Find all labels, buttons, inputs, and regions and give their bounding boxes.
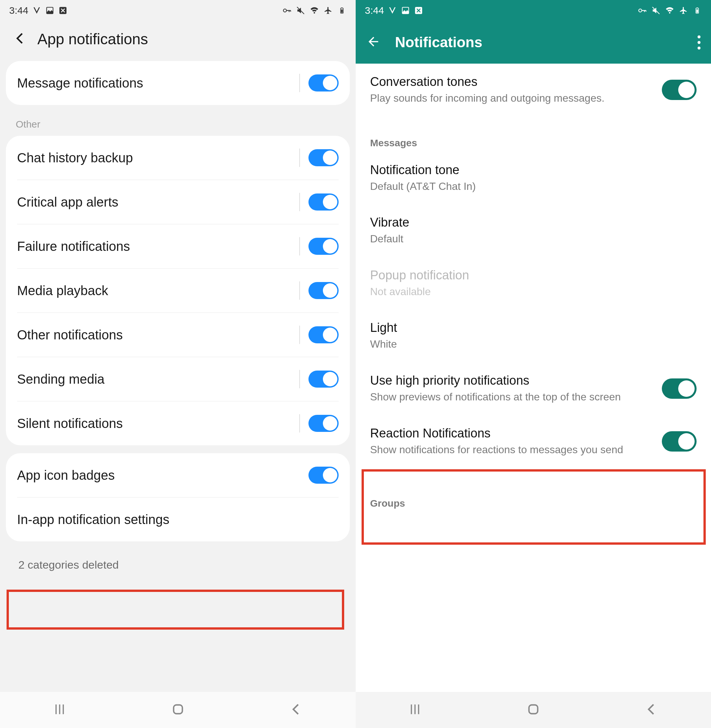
- row-chat-history-backup[interactable]: Chat history backup: [6, 136, 350, 180]
- status-bar: 3:44: [0, 0, 356, 21]
- row-label: Other notifications: [17, 328, 299, 343]
- battery-icon: [337, 6, 347, 15]
- battery-icon: [693, 6, 702, 15]
- toggle-sending-media[interactable]: [308, 371, 339, 388]
- row-reaction-notifications[interactable]: Reaction Notifications Show notification…: [356, 415, 711, 468]
- nav-home-icon[interactable]: [171, 703, 184, 717]
- svg-point-2: [283, 9, 286, 12]
- toggle-reaction-notifications[interactable]: [662, 431, 696, 452]
- row-notification-tone[interactable]: Notification tone Default (AT&T Chat In): [356, 152, 711, 205]
- appbar: App notifications: [0, 21, 356, 58]
- highlight-high-priority: [361, 469, 706, 545]
- toggle-other-notifications[interactable]: [308, 326, 339, 343]
- right-screen: 3:44: [356, 0, 711, 728]
- row-title: Vibrate: [370, 216, 690, 230]
- row-media-playback[interactable]: Media playback: [6, 269, 350, 313]
- back-arrow-icon[interactable]: [366, 34, 381, 50]
- toggle-media-playback[interactable]: [308, 282, 339, 299]
- card-other: Chat history backup Critical app alerts …: [6, 136, 350, 445]
- more-icon[interactable]: [698, 35, 701, 50]
- nav-bar: [0, 692, 356, 728]
- row-label: Message notifications: [17, 76, 299, 90]
- svg-rect-14: [696, 9, 698, 13]
- row-vibrate[interactable]: Vibrate Default: [356, 204, 711, 257]
- row-title: Notification tone: [370, 163, 690, 177]
- row-title: Use high priority notifications: [370, 374, 655, 388]
- toggle-message-notifications[interactable]: [308, 74, 339, 92]
- row-subtitle: Show previews of notifications at the to…: [370, 390, 655, 404]
- wifi-icon: [310, 6, 319, 15]
- back-icon[interactable]: [13, 31, 28, 47]
- status-right: [282, 6, 347, 15]
- nav-recent-icon[interactable]: [52, 702, 67, 718]
- toggle-conversation-tones[interactable]: [662, 80, 696, 100]
- row-subtitle: Default (AT&T Chat In): [370, 180, 690, 193]
- x-box-icon: [58, 6, 68, 15]
- nav-recent-icon[interactable]: [408, 702, 422, 718]
- highlight-in-app-settings: [7, 590, 344, 630]
- row-subtitle: White: [370, 337, 690, 351]
- toggle-app-icon-badges[interactable]: [308, 467, 339, 484]
- svg-rect-13: [696, 7, 698, 8]
- toggle-critical-app-alerts[interactable]: [308, 193, 339, 211]
- nav-back-icon[interactable]: [645, 702, 659, 718]
- toggle-silent-notifications[interactable]: [308, 415, 339, 432]
- vpn-key-icon: [282, 6, 291, 15]
- toggle-failure-notifications[interactable]: [308, 238, 339, 255]
- svg-rect-15: [529, 705, 538, 714]
- section-other: Other: [0, 113, 356, 136]
- row-subtitle: Not available: [370, 285, 690, 299]
- status-right: [637, 6, 702, 15]
- row-message-notifications[interactable]: Message notifications: [6, 61, 350, 105]
- status-left: 3:44: [9, 5, 68, 16]
- v-icon: [388, 6, 397, 15]
- divider-vertical: [299, 370, 300, 388]
- x-box-icon: [414, 6, 423, 15]
- svg-rect-7: [173, 705, 182, 714]
- row-label: Silent notifications: [17, 416, 299, 431]
- row-label: Failure notifications: [17, 239, 299, 254]
- row-label: App icon badges: [17, 468, 308, 483]
- nav-bar: [356, 692, 711, 728]
- row-in-app-notification-settings[interactable]: In-app notification settings: [6, 498, 350, 541]
- svg-point-11: [669, 12, 671, 14]
- svg-point-10: [639, 9, 642, 12]
- row-label: Sending media: [17, 372, 299, 387]
- row-label: Critical app alerts: [17, 195, 299, 210]
- svg-rect-5: [341, 7, 342, 8]
- row-failure-notifications[interactable]: Failure notifications: [6, 224, 350, 268]
- v-icon: [32, 6, 41, 15]
- toggle-high-priority[interactable]: [662, 378, 696, 399]
- card-app-badges: App icon badges In-app notification sett…: [6, 453, 350, 541]
- footer-deleted-categories: 2 categories deleted: [0, 549, 356, 571]
- row-label: Chat history backup: [17, 151, 299, 165]
- row-app-icon-badges[interactable]: App icon badges: [6, 453, 350, 497]
- row-label: In-app notification settings: [17, 512, 339, 527]
- divider-vertical: [299, 74, 300, 92]
- divider-vertical: [299, 193, 300, 211]
- row-sending-media[interactable]: Sending media: [6, 357, 350, 401]
- nav-home-icon[interactable]: [527, 703, 540, 717]
- row-other-notifications[interactable]: Other notifications: [6, 313, 350, 357]
- row-title: Conversation tones: [370, 75, 655, 89]
- row-critical-app-alerts[interactable]: Critical app alerts: [6, 180, 350, 224]
- left-screen: 3:44: [0, 0, 356, 728]
- card-message-notifications: Message notifications: [6, 61, 350, 105]
- divider-vertical: [299, 149, 300, 167]
- mute-icon: [296, 6, 305, 15]
- row-subtitle: Default: [370, 232, 690, 246]
- divider-vertical: [299, 414, 300, 433]
- status-time: 3:44: [365, 5, 384, 16]
- airplane-icon: [679, 6, 688, 15]
- row-title: Reaction Notifications: [370, 426, 655, 440]
- row-silent-notifications[interactable]: Silent notifications: [6, 402, 350, 445]
- divider-vertical: [299, 326, 300, 344]
- mute-icon: [651, 6, 661, 15]
- row-conversation-tones[interactable]: Conversation tones Play sounds for incom…: [356, 63, 711, 117]
- row-light[interactable]: Light White: [356, 310, 711, 362]
- appbar: Notifications: [356, 21, 711, 63]
- nav-back-icon[interactable]: [289, 702, 304, 718]
- toggle-chat-history-backup[interactable]: [308, 149, 339, 166]
- row-high-priority-notifications[interactable]: Use high priority notifications Show pre…: [356, 362, 711, 415]
- page-title: App notifications: [37, 30, 148, 48]
